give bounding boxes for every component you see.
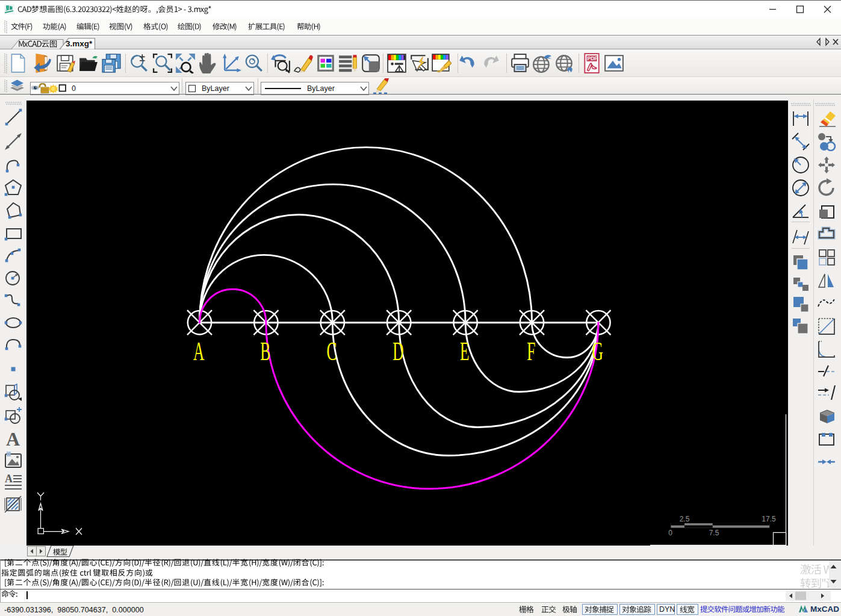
svg-text:A: A: [6, 429, 20, 448]
svg-text:E: E: [460, 337, 470, 366]
svg-text:B: B: [260, 337, 270, 366]
svg-text:A: A: [5, 473, 13, 485]
svg-text:G: G: [592, 337, 603, 366]
svg-text:0: 0: [668, 529, 672, 537]
svg-text:D: D: [393, 337, 403, 366]
svg-text:F: F: [527, 337, 535, 366]
svg-text:17.5: 17.5: [762, 515, 776, 523]
svg-text:A: A: [193, 337, 204, 366]
svg-text:7.5: 7.5: [709, 529, 719, 537]
svg-text:2.5: 2.5: [680, 515, 690, 523]
svg-text:C: C: [327, 337, 337, 366]
svg-text:PDF: PDF: [588, 55, 598, 61]
